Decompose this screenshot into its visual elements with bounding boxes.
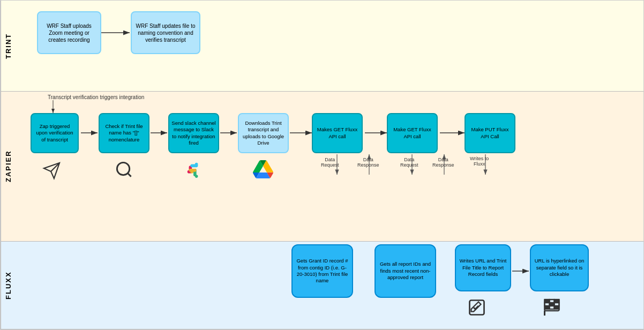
zap-box-6: Make GET Fluxx API call (387, 113, 438, 153)
slack-icon (183, 159, 204, 179)
fluxx-box-1: Gets Grant ID record # from contig ID (i… (291, 244, 353, 298)
svg-point-18 (117, 162, 129, 175)
svg-rect-35 (550, 306, 555, 309)
svg-rect-36 (555, 306, 559, 309)
svg-rect-34 (545, 306, 550, 309)
google-drive-icon (253, 159, 273, 179)
zap-box-4: Downloads Trint transcript and uploads t… (238, 113, 289, 153)
search-icon (115, 160, 133, 179)
fluxx-box-4: URL is hyperlinked on separate field so … (530, 244, 589, 291)
send-icon (42, 161, 61, 180)
section-zapier: ZAPIER Transcript verification triggers … (1, 92, 643, 242)
data-request-label-2: DataRequest (400, 157, 418, 168)
zap-box-7: Make PUT Fluxx API Call (465, 113, 515, 153)
svg-line-19 (128, 173, 131, 176)
data-response-label-2: DataResponse (432, 157, 454, 168)
zap-box-3: Send slack channel message to Slack to n… (168, 113, 219, 153)
edit-icon (467, 298, 486, 317)
data-request-label-1: DataRequest (321, 157, 339, 168)
trint-arrows (16, 1, 643, 91)
trint-box-1: WRF Staff uploads Zoom meeting or create… (37, 11, 101, 54)
zapier-label: ZAPIER (1, 92, 16, 241)
trint-box-2: WRF Staff updates file to naming convent… (131, 11, 200, 54)
fluxx-box-3: Writes URL and Trint File Title to Repor… (455, 244, 511, 291)
fluxx-box-2: Gets all report IDs and finds most recen… (375, 244, 436, 298)
section-fluxx: FLUXX Gets Grant ID record # from contig… (1, 242, 643, 329)
transcript-note: Transcript verification triggers integra… (48, 94, 144, 100)
fluxx-label: FLUXX (1, 242, 16, 329)
zap-box-2: Check if Trint file name has "[]" nomenc… (99, 113, 149, 153)
section-trint: TRINT WRF Staff uploads Zoom meeting or … (1, 1, 643, 92)
zapier-content: Transcript verification triggers integra… (16, 92, 643, 241)
zap-box-5: Makes GET Fluxx API call (312, 113, 363, 153)
diagram-container: TRINT WRF Staff uploads Zoom meeting or … (0, 0, 644, 330)
fluxx-content: Gets Grant ID record # from contig ID (i… (16, 242, 643, 329)
data-response-label-1: DataResponse (357, 157, 379, 168)
trint-content: WRF Staff uploads Zoom meeting or create… (16, 1, 643, 91)
writes-to-fluxx-label: Writes toFluxx (470, 156, 489, 167)
trint-label: TRINT (1, 1, 16, 91)
zap-box-1: Zap triggered upon verification of trans… (31, 113, 79, 153)
flag-icon (542, 298, 561, 317)
